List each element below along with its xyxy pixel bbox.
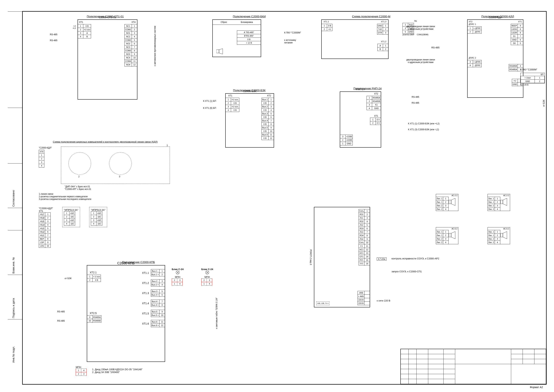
speaker-box: АС-5-2 Лин. 11Лин. 12Лин. 23Лин. 24 — [436, 227, 458, 244]
svg-rect-8 — [501, 233, 503, 237]
block-bzk: Подключение С2000-БЗК С2000-БЗК XT1 1+U … — [210, 89, 288, 147]
svg-marker-9 — [503, 231, 507, 239]
line-note: двухпроводная линия связи к адресным уст… — [406, 25, 435, 30]
section-title: Схема подключения С2000-М — [314, 15, 429, 18]
section-title: Подключение С2000-БКИ — [212, 15, 286, 18]
block-kdl: Подключение С2000-КДЛ С2000-КДЛ XT2 ДПЛС… — [454, 15, 541, 98]
device-name: С2000-БЗК — [226, 90, 274, 92]
speaker-icon — [449, 231, 457, 239]
speaker-icon — [500, 198, 508, 206]
xt12: A1B2 — [377, 44, 388, 51]
svg-rect-6 — [449, 233, 451, 237]
block-rokot: РОКОТ-2 вар.3 Сеть1ЛО12Л113ЛО24Л125ЛО36Л… — [314, 207, 392, 307]
svg-rect-4 — [501, 200, 503, 204]
device-name: РИП 24 — [340, 88, 381, 91]
svg-rect-0 — [216, 50, 219, 53]
svg-marker-3 — [451, 198, 455, 206]
device-name: С2000-КПБ — [87, 261, 165, 265]
speaker-icon — [500, 231, 508, 239]
side-label: Согласовано — [12, 190, 15, 207]
side-label: Взам.инв. № — [12, 257, 15, 273]
svg-rect-2 — [449, 200, 451, 204]
buzzer-icon — [216, 49, 224, 54]
title-block — [400, 349, 546, 384]
svg-marker-1 — [219, 49, 223, 54]
svg-marker-5 — [503, 198, 507, 206]
device-name: С2000-КДЛ — [468, 16, 523, 19]
speaker-box: АС-5-2 Лин. 11Лин. 12Лин. 23Лин. 24 — [487, 227, 510, 244]
right-note: к автоматике противопожарных систем — [154, 26, 156, 66]
speaker-box: АС-2-2 Лин. 11Лин. 12Лин. 23Лин. 24 — [487, 194, 510, 211]
block-sp1: Подключение С2000-СП1-01 С2000-СП1-01 XT… — [61, 15, 150, 100]
format-label: Формат А2 — [530, 386, 543, 389]
section-title: Схема подключения адресных извещателей к… — [39, 140, 172, 143]
svg-marker-7 — [451, 231, 455, 239]
block-ipr: "С2000-КДЛ" XT1 -КЦ71+КЦ62-КЦ53+КЦ44-КЦ3… — [39, 207, 172, 248]
block-s2000m: Схема подключения С2000-М XT1.1 10 В2+U … — [314, 15, 429, 59]
lamp-icon — [176, 271, 180, 274]
drawing-sheet: Согласовано Взам.инв. № Подпись и дата И… — [0, 0, 554, 392]
xt11: 10 В2+U — [321, 24, 332, 31]
device-name: С2000-СП1-01 — [78, 16, 137, 19]
bki-terminals: А "RS-485"В"RS-485"0 В+ 12 В — [237, 30, 261, 45]
xt13: GND1TxD2DTR3 — [377, 24, 388, 35]
block-bki: Подключение С2000-БКИ Сброс Блокировка А… — [212, 15, 286, 57]
device-name: РОКОТ-2 вар.3 — [310, 249, 312, 265]
block-detectors: Схема подключения адресных извещателей к… — [39, 140, 172, 200]
block-kpb: Подключение С2000-КПБ С2000-КПБ XT2.1 1+… — [65, 260, 212, 362]
binding-margin: Согласовано Взам.инв. № Подпись и дата И… — [8, 11, 22, 384]
lamp-icon — [205, 271, 209, 274]
side-label: Инв.№ подл. — [12, 346, 15, 363]
xt4-table: NC11COM12NO13NC24COM25NO26NC37COM38NO39N… — [125, 24, 137, 67]
speaker-box: АС-2-2 Лин. 11Лин. 12Лин. 23Лин. 24 — [436, 194, 458, 211]
block-rip: Подключение РИП-24 РИП 24 XT2 1RS485A2RS… — [321, 87, 414, 147]
speaker-icon — [449, 198, 457, 206]
xt1-table: 10 В2+U осн3А4В — [78, 24, 91, 38]
side-label: Подпись и дата — [12, 298, 15, 318]
